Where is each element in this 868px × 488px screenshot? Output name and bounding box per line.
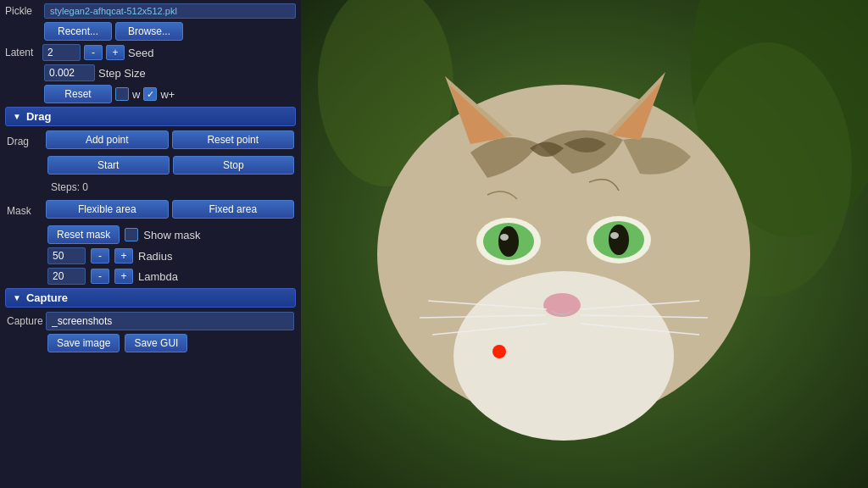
svg-point-17 [610,232,619,239]
radius-plus-button[interactable]: + [114,248,133,263]
pickle-buttons-row: Recent... Browse... [5,22,296,41]
latent-minus-button[interactable]: - [84,45,103,60]
pickle-value: stylegan2-afhqcat-512x512.pkl [44,3,296,19]
latent-input[interactable] [42,44,81,61]
lambda-minus-button[interactable]: - [91,269,109,284]
browse-button[interactable]: Browse... [115,22,183,41]
capture-section-header[interactable]: ▼ Capture [5,288,296,308]
mask-area-buttons: Flexible area Fixed area [46,200,294,219]
steps-text: Steps: 0 [51,181,88,193]
capture-triangle-icon: ▼ [13,293,21,302]
lambda-plus-button[interactable]: + [114,269,133,284]
drag-section-title: Drag [26,110,52,123]
cat-image [301,0,868,488]
start-stop-row: Start Stop [7,156,294,178]
left-panel: Pickle stylegan2-afhqcat-512x512.pkl Rec… [0,0,301,488]
capture-input-row: Capture [7,312,294,330]
capture-path-input[interactable] [46,312,294,330]
show-mask-checkbox[interactable] [125,228,138,241]
drag-action-buttons: Add point Reset point [46,130,294,149]
reset-mask-row: Reset mask Show mask [7,225,294,244]
reset-point-button[interactable]: Reset point [172,130,295,149]
recent-button[interactable]: Recent... [44,22,112,41]
svg-point-12 [498,226,519,257]
right-panel [301,0,868,488]
add-point-button[interactable]: Add point [46,130,169,149]
wplus-label: w+ [160,88,175,101]
red-dot [492,345,506,358]
start-button[interactable]: Start [47,156,170,175]
pickle-label: Pickle [5,5,41,17]
save-gui-button[interactable]: Save GUI [125,334,187,352]
step-size-row: Step Size [5,64,296,81]
reset-button[interactable]: Reset [44,85,112,103]
svg-point-18 [543,293,581,317]
show-mask-label: Show mask [143,229,200,241]
lambda-row: - + Lambda [7,268,294,285]
fixed-area-button[interactable]: Fixed area [172,200,295,219]
capture-section-title: Capture [26,291,68,304]
radius-minus-button[interactable]: - [91,248,109,263]
drag-section-header[interactable]: ▼ Drag [5,107,296,126]
pickle-row: Pickle stylegan2-afhqcat-512x512.pkl [5,3,296,19]
mask-row: Mask Flexible area Fixed area [7,200,294,222]
wplus-checkbox[interactable] [143,87,157,101]
w-label: w [132,88,140,101]
latent-label: Latent [5,47,39,58]
reset-mask-button[interactable]: Reset mask [47,225,120,244]
svg-point-13 [500,234,509,241]
reset-row: Reset w w+ [5,85,296,103]
stop-button[interactable]: Stop [173,156,295,175]
steps-row: Steps: 0 [7,181,294,197]
start-stop-buttons: Start Stop [47,156,294,175]
lambda-input[interactable] [47,268,86,285]
lambda-label: Lambda [138,270,178,283]
svg-point-16 [609,225,629,255]
latent-plus-button[interactable]: + [106,45,125,60]
radius-input[interactable] [47,247,86,264]
step-size-input[interactable] [44,64,95,81]
capture-section-content: Capture Save image Save GUI [5,312,296,352]
drag-buttons-row: Drag Add point Reset point [7,130,294,152]
save-image-button[interactable]: Save image [47,334,120,352]
drag-label: Drag [7,136,41,147]
latent-row: Latent - + Seed [5,44,296,61]
step-size-label: Step Size [98,67,146,80]
save-buttons-row: Save image Save GUI [7,334,294,352]
w-checkbox[interactable] [115,87,129,101]
drag-section-content: Drag Add point Reset point Start Stop St… [5,130,296,285]
radius-row: - + Radius [7,247,294,264]
flexible-area-button[interactable]: Flexible area [46,200,169,219]
seed-label: Seed [128,47,153,59]
drag-triangle-icon: ▼ [13,112,21,121]
mask-label: Mask [7,205,41,217]
capture-label: Capture [7,315,41,327]
radius-label: Radius [138,250,172,263]
